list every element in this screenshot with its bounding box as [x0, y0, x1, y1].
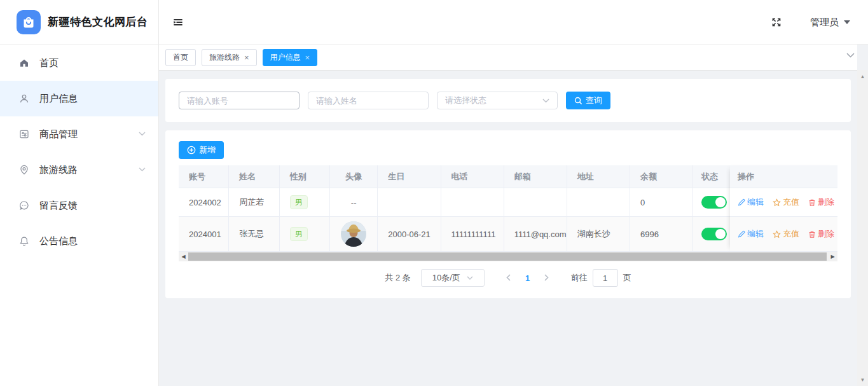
tabs-overflow-chevron-icon[interactable]: [846, 53, 855, 58]
gender-tag: 男: [290, 195, 308, 209]
cell-balance: 6996: [630, 217, 693, 251]
table-horizontal-scrollbar[interactable]: ◀ ▶: [179, 252, 837, 261]
add-button-label: 新增: [199, 144, 216, 156]
main-content: 请选择状态 查询 新增 账号 姓名 性别 头像 生日: [159, 71, 857, 386]
cell-email: 1111@qq.com: [504, 217, 567, 251]
sidebar-item-goods[interactable]: 商品管理: [0, 116, 158, 152]
cell-birthday: 2000-06-21: [378, 217, 441, 251]
horizontal-scrollbar-thumb[interactable]: [188, 252, 827, 261]
next-page-button[interactable]: [537, 273, 557, 283]
cell-name: 周芷若: [229, 188, 279, 216]
add-button[interactable]: 新增: [179, 141, 224, 159]
tab-home[interactable]: 首页: [165, 49, 196, 66]
sidebar-item-users[interactable]: 用户信息: [0, 81, 158, 116]
page-size-select[interactable]: 10条/页: [421, 269, 485, 287]
sidebar-item-home[interactable]: 首页: [0, 45, 158, 81]
edit-button[interactable]: 编辑: [738, 196, 764, 208]
page-vertical-scrollbar[interactable]: ▲ ▼: [857, 70, 868, 386]
goods-icon: [18, 128, 30, 140]
chevron-right-icon: [544, 274, 549, 281]
col-header-address: 地址: [567, 165, 630, 188]
status-switch[interactable]: [701, 228, 727, 240]
scroll-up-arrow-icon[interactable]: ▲: [857, 71, 868, 81]
sidebar-item-label: 用户信息: [39, 93, 78, 105]
close-icon[interactable]: ×: [305, 53, 310, 62]
cell-gender: 男: [280, 188, 330, 216]
admin-dropdown[interactable]: 管理员: [810, 17, 850, 29]
fullscreen-icon[interactable]: [771, 17, 782, 28]
page-suffix-label: 页: [623, 272, 631, 284]
sidebar-item-feedback[interactable]: 留言反馈: [0, 188, 158, 223]
app-title: 新疆特色文化网后台: [48, 15, 148, 29]
delete-button[interactable]: 删除: [808, 196, 834, 208]
collapse-sidebar-icon[interactable]: [172, 16, 184, 29]
col-header-email: 邮箱: [504, 165, 567, 188]
page-number-1[interactable]: 1: [519, 273, 537, 283]
cell-birthday: [378, 188, 441, 216]
avatar: [341, 221, 366, 247]
status-switch[interactable]: [701, 196, 727, 209]
scroll-right-arrow-icon[interactable]: ▶: [828, 252, 837, 261]
account-search-input[interactable]: [179, 92, 300, 109]
sidebar-item-label: 旅游线路: [39, 164, 78, 176]
goto-page-input[interactable]: [593, 269, 618, 287]
col-header-balance: 余额: [630, 165, 693, 188]
delete-label: 删除: [818, 228, 834, 240]
star-icon: [773, 230, 781, 238]
prev-page-button[interactable]: [499, 273, 519, 283]
goto-label: 前往: [571, 272, 588, 284]
cell-balance: 0: [630, 188, 693, 216]
tab-routes[interactable]: 旅游线路 ×: [202, 49, 257, 66]
pagination: 共 2 条 10条/页 1 前往 页: [179, 261, 837, 294]
cell-avatar: [330, 217, 378, 251]
col-header-account: 账号: [179, 165, 229, 188]
users-table-panel: 新增 账号 姓名 性别 头像 生日 电话 邮箱 地址 余额 状: [165, 130, 851, 298]
sidebar-item-routes[interactable]: 旅游线路: [0, 152, 158, 188]
chevron-down-icon: [139, 167, 146, 172]
tab-label: 首页: [173, 52, 188, 63]
scroll-left-arrow-icon[interactable]: ◀: [179, 252, 188, 261]
name-search-input[interactable]: [308, 92, 429, 109]
query-button[interactable]: 查询: [566, 92, 610, 109]
edit-button[interactable]: 编辑: [738, 228, 764, 240]
status-select[interactable]: 请选择状态: [437, 92, 558, 109]
chevron-left-icon: [506, 274, 511, 281]
scroll-down-arrow-icon[interactable]: ▼: [857, 375, 868, 385]
gender-tag: 男: [290, 227, 308, 241]
page-size-value: 10条/页: [432, 272, 460, 284]
query-button-label: 查询: [586, 95, 602, 106]
cell-account: 2024001: [179, 217, 229, 251]
row-actions: 编辑 充值 删除: [730, 188, 837, 217]
sidebar-item-notice[interactable]: 公告信息: [0, 223, 158, 259]
tabs-bar: 首页 旅游线路 × 用户信息 ×: [159, 45, 857, 71]
home-icon: [18, 57, 30, 69]
chevron-down-icon: [467, 276, 473, 280]
tab-users[interactable]: 用户信息 ×: [263, 49, 318, 66]
chevron-down-icon: [542, 99, 549, 103]
delete-button[interactable]: 删除: [808, 228, 834, 240]
col-header-operations: 操作: [730, 165, 837, 188]
edit-label: 编辑: [747, 228, 764, 240]
cell-address: 湖南长沙: [567, 217, 630, 251]
app-logo-icon: [17, 10, 41, 34]
col-header-name: 姓名: [229, 165, 279, 188]
notice-icon: [18, 235, 30, 247]
recharge-button[interactable]: 充值: [773, 196, 799, 208]
tab-label: 用户信息: [270, 52, 301, 63]
sidebar-item-label: 公告信息: [39, 235, 78, 247]
navbar-right: 管理员: [771, 0, 850, 45]
close-icon[interactable]: ×: [244, 53, 249, 62]
cell-phone: [441, 188, 504, 216]
recharge-label: 充值: [783, 228, 799, 240]
edit-label: 编辑: [747, 196, 764, 208]
col-header-phone: 电话: [441, 165, 504, 188]
feedback-icon: [18, 200, 30, 211]
status-select-placeholder: 请选择状态: [445, 95, 486, 106]
edit-icon: [738, 198, 745, 206]
top-navbar: 管理员: [159, 0, 868, 45]
sidebar: 新疆特色文化网后台 首页 用户信息 商品: [0, 0, 159, 386]
tab-label: 旅游线路: [209, 52, 240, 63]
plus-circle-icon: [187, 146, 196, 155]
users-table: 账号 姓名 性别 头像 生日 电话 邮箱 地址 余额 状态 2024: [179, 165, 837, 261]
recharge-button[interactable]: 充值: [773, 228, 799, 240]
